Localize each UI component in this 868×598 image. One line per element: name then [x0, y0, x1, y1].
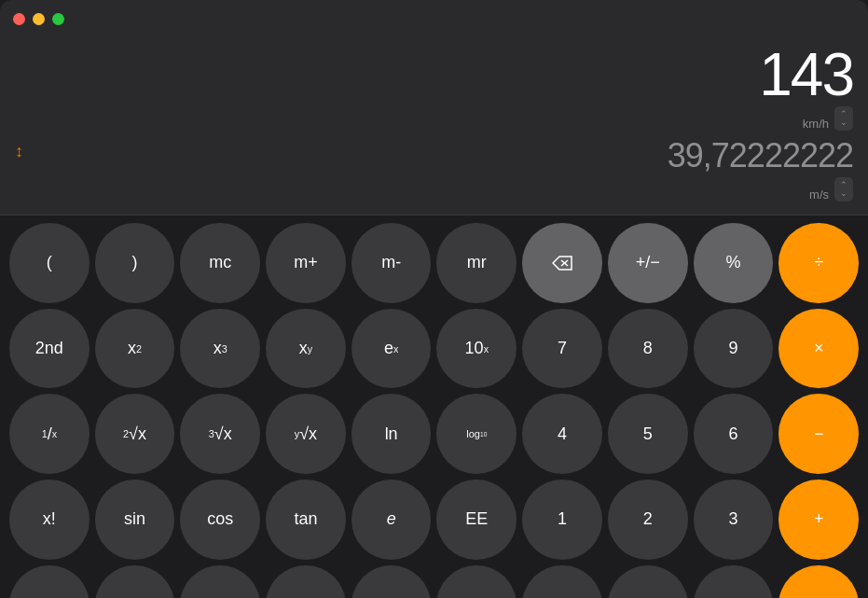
key-one-over-x[interactable]: 1/x: [9, 394, 90, 474]
close-button[interactable]: [13, 13, 25, 25]
key-tan[interactable]: tan: [266, 480, 346, 560]
keypad-row-4: sinhcoshtanhπRadRand0,=: [9, 565, 859, 598]
keypad: ()mcm+m-mr+/−%÷2ndx2x3xyex10x789×1/x2√x3…: [0, 216, 868, 598]
key-plus-minus[interactable]: +/−: [608, 223, 688, 303]
display-wrapper: 143 km/h 39,72222222 m/s ↕: [0, 37, 868, 215]
key-factorial[interactable]: x!: [9, 480, 90, 560]
key-m-minus[interactable]: m-: [351, 223, 432, 303]
keypad-row-2: 1/x2√x3√xy√xlnlog10456−: [9, 394, 859, 474]
key-backspace[interactable]: [522, 223, 602, 303]
key-mr[interactable]: mr: [436, 223, 517, 303]
key-sin[interactable]: sin: [95, 480, 175, 560]
key-ln[interactable]: ln: [351, 394, 432, 474]
key-second[interactable]: 2nd: [9, 309, 90, 389]
main-unit-row: 143: [759, 45, 853, 104]
key-one[interactable]: 1: [522, 480, 602, 560]
key-rand[interactable]: Rand: [522, 565, 602, 598]
key-x-power-y[interactable]: xy: [266, 309, 346, 389]
key-e-power-x[interactable]: ex: [351, 309, 432, 389]
key-subtract[interactable]: −: [778, 394, 859, 474]
key-open-paren[interactable]: (: [9, 223, 90, 303]
display-area: 143 km/h 39,72222222 m/s: [0, 37, 868, 215]
conversion-unit-label: m/s: [809, 188, 829, 202]
key-m-plus[interactable]: m+: [266, 223, 346, 303]
titlebar: [0, 0, 868, 37]
sort-icon[interactable]: ↕: [15, 142, 23, 161]
key-ten-power-x[interactable]: 10x: [436, 309, 517, 389]
key-tanh[interactable]: tanh: [266, 565, 346, 598]
main-display-value: 143: [759, 45, 853, 104]
key-close-paren[interactable]: ): [95, 223, 175, 303]
key-six[interactable]: 6: [694, 394, 774, 474]
key-eight[interactable]: 8: [608, 309, 688, 389]
keypad-row-1: 2ndx2x3xyex10x789×: [9, 309, 859, 389]
key-three[interactable]: 3: [694, 480, 774, 560]
key-decimal[interactable]: ,: [694, 565, 774, 598]
key-equals[interactable]: =: [778, 565, 859, 598]
maximize-button[interactable]: [52, 13, 64, 25]
conversion-row: 39,72222222: [668, 136, 853, 175]
keypad-row-3: x!sincostaneEE123+: [9, 480, 859, 560]
key-e-const[interactable]: e: [351, 480, 432, 560]
key-five[interactable]: 5: [608, 394, 688, 474]
key-cbrt[interactable]: 3√x: [180, 394, 260, 474]
main-unit-stepper[interactable]: [834, 106, 853, 131]
key-cos[interactable]: cos: [180, 480, 260, 560]
key-x-cubed[interactable]: x3: [180, 309, 260, 389]
key-calculator-icon[interactable]: [9, 565, 90, 598]
key-seven[interactable]: 7: [522, 309, 602, 389]
key-sqrt[interactable]: 2√x: [95, 394, 175, 474]
key-pi[interactable]: π: [351, 565, 432, 598]
key-multiply[interactable]: ×: [778, 309, 859, 389]
key-four[interactable]: 4: [522, 394, 602, 474]
key-add[interactable]: +: [778, 480, 859, 560]
key-percent[interactable]: %: [694, 223, 774, 303]
key-x-squared[interactable]: x2: [95, 309, 175, 389]
key-rad[interactable]: Rad: [436, 565, 517, 598]
key-cosh[interactable]: cosh: [180, 565, 260, 598]
key-mc[interactable]: mc: [180, 223, 260, 303]
main-unit-label: km/h: [803, 117, 829, 131]
key-nine[interactable]: 9: [694, 309, 774, 389]
key-zero[interactable]: 0: [608, 565, 688, 598]
key-y-root-x[interactable]: y√x: [266, 394, 346, 474]
key-log10[interactable]: log10: [436, 394, 517, 474]
keypad-row-0: ()mcm+m-mr+/−%÷: [9, 223, 859, 303]
conversion-unit-stepper[interactable]: [834, 177, 853, 202]
key-two[interactable]: 2: [608, 480, 688, 560]
key-sinh[interactable]: sinh: [95, 565, 175, 598]
key-ee[interactable]: EE: [436, 480, 517, 560]
minimize-button[interactable]: [33, 13, 45, 25]
key-divide[interactable]: ÷: [778, 223, 859, 303]
conversion-display-value: 39,72222222: [668, 136, 853, 175]
